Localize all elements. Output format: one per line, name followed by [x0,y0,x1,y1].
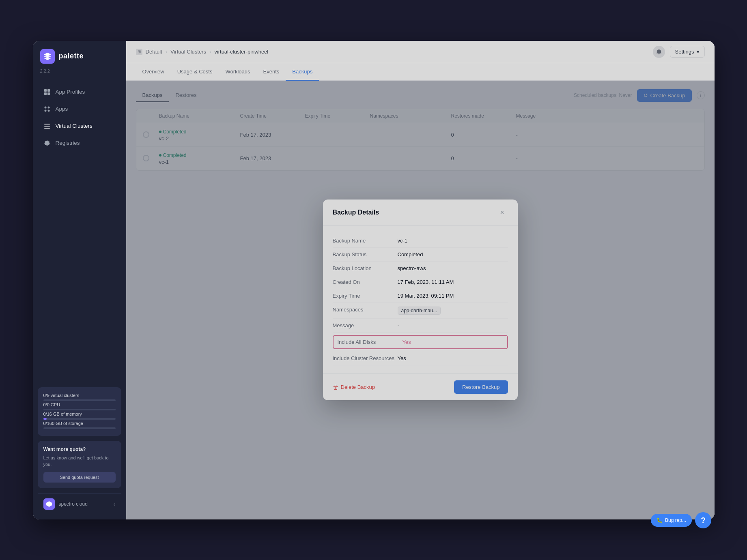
app-name: palette [59,52,84,60]
svg-rect-10 [44,128,50,129]
backup-details-modal: Backup Details × Backup Name vc-1 Backup… [323,200,518,400]
svg-point-4 [44,106,46,108]
detail-label-include-all-disks: Include All Disks [338,339,403,345]
detail-row-include-cluster-resources: Include Cluster Resources Yes [333,352,508,365]
svg-rect-2 [44,92,47,95]
modal-header: Backup Details × [323,200,518,226]
sidebar-item-registries[interactable]: Registries [36,135,123,151]
detail-row-backup-name: Backup Name vc-1 [333,234,508,248]
gear-icon [43,139,51,147]
detail-row-include-all-disks: Include All Disks Yes [333,335,508,349]
grid-icon [43,88,51,96]
detail-row-expiry-time: Expiry Time 19 Mar, 2023, 09:11 PM [333,289,508,303]
breadcrumb-sep-2: › [209,49,211,55]
detail-label-backup-status: Backup Status [333,251,398,257]
svg-rect-8 [44,124,50,124]
detail-value-created-on: 17 Feb, 2023, 11:11 AM [398,279,508,285]
content-area: Backups Restores Scheduled backups: Neve… [126,81,715,519]
modal-footer: 🗑 Delete Backup Restore Backup [323,373,518,400]
namespace-badge: app-darth-mau... [398,307,441,315]
list-icon [43,122,51,130]
detail-row-backup-status: Backup Status Completed [333,248,508,262]
bug-report-container: 🐛 Bug rep... ? [651,512,711,528]
detail-label-namespaces: Namespaces [333,307,398,313]
detail-label-message: Message [333,322,398,328]
detail-value-include-all-disks: Yes [403,339,503,345]
bug-report-button[interactable]: 🐛 Bug rep... [651,514,692,527]
sidebar-bottom: 0/9 virtual clusters 0/0 CPU 0/16 GB of … [33,382,126,519]
detail-value-backup-status: Completed [398,251,508,257]
want-more-quota-card: Want more quota? Let us know and we'll g… [38,441,121,488]
tab-overview[interactable]: Overview [136,63,171,81]
quota-cpu: 0/0 CPU [43,402,116,407]
modal-overlay: Backup Details × Backup Name vc-1 Backup… [126,81,715,519]
detail-value-expiry-time: 19 Mar, 2023, 09:11 PM [398,293,508,299]
sidebar: palette 2.2.2 App Profiles Apps Virtual [33,41,126,519]
modal-body: Backup Name vc-1 Backup Status Completed… [323,226,518,373]
detail-row-namespaces: Namespaces app-darth-mau... [333,303,508,319]
detail-row-message: Message - [333,319,508,333]
quota-card: 0/9 virtual clusters 0/0 CPU 0/16 GB of … [38,387,121,436]
breadcrumb-default: Default [146,49,162,55]
detail-label-created-on: Created On [333,279,398,285]
restore-backup-button[interactable]: Restore Backup [454,380,508,394]
detail-label-expiry-time: Expiry Time [333,293,398,299]
app-version: 2.2.2 [33,68,126,80]
header-right: Settings ▾ [653,46,705,58]
svg-rect-3 [47,92,50,95]
detail-label-include-cluster-resources: Include Cluster Resources [333,355,398,361]
modal-title: Backup Details [333,209,379,216]
settings-button[interactable]: Settings ▾ [670,46,705,58]
detail-value-message: - [398,322,508,328]
breadcrumb-sep-1: › [166,49,167,55]
tab-backups[interactable]: Backups [286,63,319,81]
sidebar-item-virtual-clusters-label: Virtual Clusters [56,123,93,129]
help-button[interactable]: ? [695,512,711,528]
svg-rect-1 [47,89,50,92]
footer-logo-icon [43,498,55,510]
send-quota-request-button[interactable]: Send quota request [43,472,116,483]
want-more-title: Want more quota? [43,446,116,452]
breadcrumb-bar: ⊞ Default › Virtual Clusters › virtual-c… [126,41,715,63]
delete-backup-button[interactable]: 🗑 Delete Backup [333,384,375,390]
breadcrumb-virtual-clusters: Virtual Clusters [170,49,206,55]
detail-row-backup-location: Backup Location spectro-aws [333,262,508,275]
detail-label-backup-name: Backup Name [333,238,398,244]
tab-usage-costs[interactable]: Usage & Costs [171,63,219,81]
sidebar-nav: App Profiles Apps Virtual Clusters Regis… [33,80,126,382]
sidebar-collapse-icon: ‹ [114,501,116,507]
notifications-icon[interactable] [653,46,665,58]
quota-memory: 0/16 GB of memory [43,412,116,416]
breadcrumb: ⊞ Default › Virtual Clusters › virtual-c… [136,49,269,55]
breadcrumb-cluster-name: virtual-cluster-pinwheel [214,49,268,55]
settings-label: Settings [675,49,694,55]
trash-icon: 🗑 [333,384,338,390]
main-content: ⊞ Default › Virtual Clusters › virtual-c… [126,41,715,519]
sidebar-item-registries-label: Registries [56,140,80,146]
detail-value-backup-location: spectro-aws [398,265,508,271]
breadcrumb-icon: ⊞ [136,49,142,55]
svg-point-6 [44,109,46,112]
logo-icon [40,49,55,64]
quota-virtual-clusters: 0/9 virtual clusters [43,393,116,398]
detail-row-created-on: Created On 17 Feb, 2023, 11:11 AM [333,275,508,289]
sidebar-item-apps-label: Apps [56,106,68,112]
detail-value-include-cluster-resources: Yes [398,355,508,361]
bug-icon: 🐛 [657,517,663,523]
svg-point-7 [47,109,50,112]
settings-chevron-icon: ▾ [697,49,700,55]
modal-close-button[interactable]: × [497,207,508,218]
tab-workloads[interactable]: Workloads [219,63,256,81]
sidebar-item-app-profiles-label: App Profiles [56,89,85,95]
quota-storage: 0/160 GB of storage [43,421,116,426]
svg-rect-0 [44,89,47,92]
tab-events[interactable]: Events [257,63,286,81]
footer-company-name: spectro cloud [59,501,88,507]
sidebar-item-app-profiles[interactable]: App Profiles [36,84,123,100]
sidebar-item-virtual-clusters[interactable]: Virtual Clusters [36,118,123,134]
bug-report-label: Bug rep... [665,517,686,523]
sidebar-item-apps[interactable]: Apps [36,101,123,117]
sidebar-logo: palette [33,41,126,68]
sidebar-footer: spectro cloud ‹ [38,493,121,515]
svg-point-5 [47,106,50,108]
